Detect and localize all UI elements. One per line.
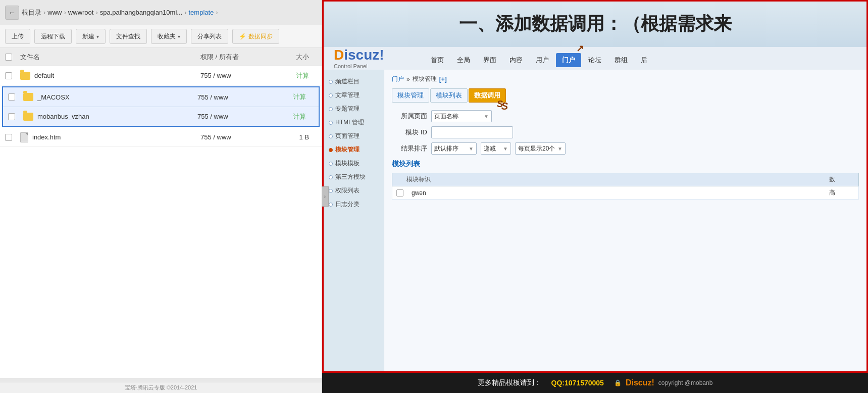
bottom-copyright-text: copyright @mobanb: [658, 379, 713, 386]
sidebar-item-html[interactable]: HTML管理: [324, 116, 384, 129]
perm-default: 755 / www: [200, 72, 231, 79]
bottom-bar-logo: Discuz!: [626, 378, 654, 387]
breadcrumb-sep-1: ›: [43, 9, 45, 16]
bottom-copyright-icon: 🔒: [614, 379, 622, 386]
table-row[interactable]: default 755 / www 计算: [0, 66, 322, 85]
sidebar-item-topic[interactable]: 专题管理: [324, 102, 384, 116]
data-sync-button[interactable]: ⚡ 数据同步: [232, 29, 279, 44]
discuz-logo-sub: Control Panel: [334, 63, 384, 69]
breadcrumb-root[interactable]: 根目录: [22, 8, 41, 17]
discuz-body: 频道栏目 文章管理 专题管理 HTML管理: [324, 70, 866, 371]
sort-default-select[interactable]: 默认排序 ▼: [431, 142, 477, 155]
bottom-bar: 更多精品模板请到： QQ:1071570005 🔒 Discuz! copyri…: [322, 373, 868, 393]
nav-tab-home[interactable]: 首页: [425, 53, 450, 67]
result-sort-row: 结果排序 默认排序 ▼ 递减 ▼ 每页显示20个 ▼: [392, 142, 859, 155]
preview-image: www.mobanbus.cn www.mobanbus.cn www.moba…: [322, 0, 868, 373]
file-search-button[interactable]: 文件查找: [110, 29, 147, 44]
discuz-logo: Discuz!: [334, 47, 384, 63]
bullet-icon: [329, 203, 333, 207]
breadcrumb-path: 根目录 › www › wwwroot › spa.paihangbangqia…: [22, 8, 218, 17]
module-list-title: 模块列表: [392, 160, 859, 169]
filter-arrow-icon: ▼: [503, 146, 508, 152]
breadcrumb-add-link[interactable]: [+]: [439, 76, 447, 83]
select-arrow-icon: ▼: [484, 114, 489, 119]
sidebar-label-module: 模块管理: [335, 145, 360, 154]
remote-download-button[interactable]: 远程下载: [34, 29, 72, 44]
favorites-dropdown-arrow: ▾: [178, 34, 180, 39]
folder-icon: [23, 113, 33, 121]
breadcrumb-portal-link[interactable]: 门户: [392, 75, 404, 83]
calc-mobanbus[interactable]: 计算: [293, 113, 306, 120]
page-size-value: 每页显示20个: [518, 144, 555, 153]
favorites-button[interactable]: 收藏夹 ▾: [151, 29, 187, 44]
perm-macosx: 755 / www: [197, 93, 228, 101]
bullet-icon: [329, 162, 333, 166]
table-row[interactable]: mobanbus_vzhan 755 / www 计算: [3, 107, 319, 126]
filename-default: default: [34, 72, 54, 79]
tab-module-list[interactable]: 模块列表: [430, 88, 468, 103]
tab-module-mgmt[interactable]: 模块管理: [392, 88, 429, 103]
col-data-header: 数: [829, 175, 854, 184]
form-area: 所属页面 页面名称 ▼ 模块 ID 结果排序: [392, 110, 859, 155]
table-row[interactable]: index.htm 755 / www 1 B: [0, 128, 322, 147]
nav-tab-user[interactable]: 用户: [530, 53, 555, 67]
breadcrumb-template[interactable]: template: [188, 9, 214, 16]
table-header: 模块标识 数: [392, 173, 859, 186]
calc-default[interactable]: 计算: [296, 72, 309, 79]
nav-tab-portal[interactable]: 门户 ↗: [556, 53, 581, 67]
upload-button[interactable]: 上传: [5, 29, 30, 44]
filename-index: index.htm: [32, 133, 61, 141]
module-id-input[interactable]: [431, 126, 513, 138]
sidebar-item-module[interactable]: 模块管理: [324, 143, 384, 157]
nav-tab-more[interactable]: 后: [635, 53, 653, 67]
bullet-icon: [329, 80, 333, 84]
breadcrumb-www[interactable]: www: [47, 9, 62, 16]
bullet-icon: [329, 134, 333, 138]
bullet-icon: [329, 175, 333, 179]
calc-macosx[interactable]: 计算: [293, 93, 306, 101]
file-manager-panel: ← 根目录 › www › wwwroot › spa.paihangbangq…: [0, 0, 322, 393]
row-checkbox-gwen[interactable]: [396, 189, 403, 197]
sidebar-item-page[interactable]: 页面管理: [324, 129, 384, 143]
sidebar-label-log: 日志分类: [335, 200, 360, 209]
tab-data-invoke[interactable]: 数据调用 S: [469, 88, 506, 103]
bullet-icon: [329, 121, 333, 125]
belong-page-select[interactable]: 页面名称 ▼: [431, 110, 492, 122]
nav-tab-group[interactable]: 群组: [608, 53, 634, 67]
table-row[interactable]: gwen 高: [392, 186, 859, 200]
nav-tab-ui[interactable]: 界面: [477, 53, 502, 67]
sidebar-label-thirdparty: 第三方模块: [335, 173, 366, 181]
page-size-select[interactable]: 每页显示20个 ▼: [515, 142, 566, 155]
expand-panel-button[interactable]: ›: [322, 186, 329, 207]
sidebar-label-page: 页面管理: [335, 132, 360, 140]
row-checkbox-mobanbus[interactable]: [8, 113, 15, 120]
sidebar-item-article[interactable]: 文章管理: [324, 88, 384, 102]
nav-tab-content[interactable]: 内容: [503, 53, 529, 67]
breadcrumb-wwwroot[interactable]: wwwroot: [68, 9, 94, 16]
row-checkbox-default[interactable]: [5, 72, 12, 79]
sidebar-item-perm[interactable]: 权限列表: [324, 184, 384, 198]
sidebar-item-thirdparty[interactable]: 第三方模块: [324, 170, 384, 184]
breadcrumb-spa[interactable]: spa.paihangbangqian10mi...: [100, 9, 182, 16]
sidebar-item-template[interactable]: 模块模板: [324, 157, 384, 170]
row-checkbox-index[interactable]: [5, 134, 12, 141]
file-table-header: 文件名 权限 / 所有者 大小: [0, 48, 322, 66]
page-size-arrow-icon: ▼: [557, 146, 563, 152]
sidebar-item-log[interactable]: 日志分类: [324, 198, 384, 211]
breadcrumb-module-mgmt: 模块管理: [413, 75, 437, 83]
breadcrumb-sep-3: ›: [95, 9, 97, 16]
nav-tab-forum[interactable]: 论坛: [582, 53, 607, 67]
filter-select[interactable]: 递减 ▼: [481, 142, 511, 155]
folder-icon: [23, 93, 33, 101]
sidebar-item-channel[interactable]: 频道栏目: [324, 75, 384, 88]
size-header: 大小: [276, 53, 317, 62]
nav-tab-global[interactable]: 全局: [451, 53, 476, 67]
belong-page-row: 所属页面 页面名称 ▼: [392, 110, 859, 122]
share-list-button[interactable]: 分享列表: [191, 29, 228, 44]
table-row[interactable]: _MACOSX 755 / www 计算: [3, 87, 319, 107]
new-button[interactable]: 新建 ▾: [76, 29, 106, 44]
perm-index: 755 / www: [200, 133, 231, 141]
back-button[interactable]: ←: [5, 6, 19, 20]
row-checkbox-macosx[interactable]: [8, 93, 15, 101]
select-all-checkbox[interactable]: [5, 54, 12, 61]
